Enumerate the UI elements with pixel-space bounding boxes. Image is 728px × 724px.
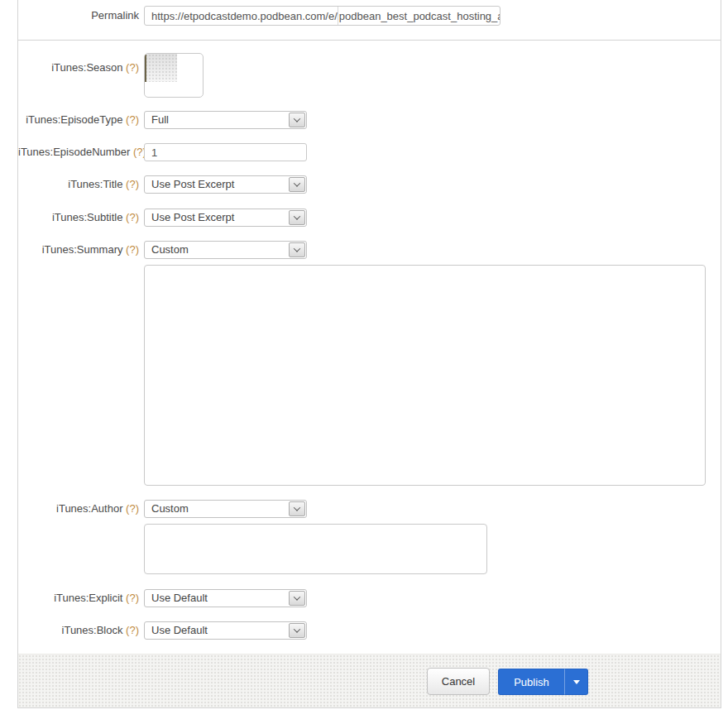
explicit-help-link[interactable]: (?) bbox=[126, 592, 139, 604]
itunes-settings-panel: iTunes:Season (?) iTunes:EpisodeType (?)… bbox=[17, 40, 721, 708]
publish-split-button: Publish bbox=[498, 669, 588, 695]
author-label: iTunes:Author bbox=[56, 502, 122, 515]
author-select[interactable]: Custom bbox=[144, 500, 307, 518]
block-row: iTunes:Block (?) Use Default bbox=[18, 621, 307, 640]
action-bar: Cancel Publish bbox=[18, 654, 721, 707]
summary-textarea[interactable] bbox=[144, 265, 706, 486]
season-label: iTunes:Season bbox=[51, 61, 122, 74]
permalink-prefix: https://etpodcastdemo.podbean.com/e/ bbox=[145, 10, 338, 22]
season-help-link[interactable]: (?) bbox=[126, 61, 139, 74]
chevron-down-icon bbox=[289, 242, 305, 257]
chevron-down-icon bbox=[289, 177, 305, 192]
explicit-label: iTunes:Explicit bbox=[54, 592, 122, 604]
author-textarea[interactable] bbox=[144, 524, 487, 574]
subtitle-row: iTunes:Subtitle (?) Use Post Excerpt bbox=[18, 209, 307, 227]
episode-type-select[interactable]: Full bbox=[144, 111, 307, 129]
title-help-link[interactable]: (?) bbox=[126, 178, 139, 190]
subtitle-help-link[interactable]: (?) bbox=[126, 211, 139, 223]
summary-label: iTunes:Summary bbox=[42, 243, 123, 256]
chevron-down-icon bbox=[289, 113, 305, 127]
block-help-link[interactable]: (?) bbox=[126, 624, 139, 636]
episode-number-label: iTunes:EpisodeNumber bbox=[18, 146, 130, 158]
episode-number-row: iTunes:EpisodeNumber (?) bbox=[18, 143, 307, 161]
episode-type-help-link[interactable]: (?) bbox=[126, 113, 139, 126]
permalink-field[interactable]: https://etpodcastdemo.podbean.com/e/ pod… bbox=[144, 6, 500, 26]
cancel-button[interactable]: Cancel bbox=[427, 668, 490, 695]
episode-type-label: iTunes:EpisodeType bbox=[26, 113, 122, 126]
episode-type-row: iTunes:EpisodeType (?) Full bbox=[18, 111, 307, 129]
permalink-slug-input[interactable]: podbean_best_podcast_hosting_audio_video… bbox=[338, 10, 500, 22]
permalink-label: Permalink bbox=[18, 6, 139, 26]
author-help-link[interactable]: (?) bbox=[126, 502, 139, 515]
chevron-down-icon bbox=[289, 210, 305, 225]
season-spinner[interactable] bbox=[144, 53, 204, 98]
block-label: iTunes:Block bbox=[62, 624, 123, 636]
summary-help-link[interactable]: (?) bbox=[126, 243, 139, 256]
season-cursor-bar bbox=[145, 55, 146, 82]
explicit-row: iTunes:Explicit (?) Use Default bbox=[18, 589, 307, 607]
chevron-down-icon bbox=[289, 591, 305, 606]
chevron-down-icon bbox=[289, 501, 305, 516]
episode-publish-page: Permalink https://etpodcastdemo.podbean.… bbox=[0, 0, 728, 724]
summary-select[interactable]: Custom bbox=[144, 241, 307, 259]
subtitle-label: iTunes:Subtitle bbox=[52, 211, 123, 223]
season-row: iTunes:Season (?) bbox=[18, 59, 139, 77]
title-row: iTunes:Title (?) Use Post Excerpt bbox=[18, 175, 307, 194]
title-label: iTunes:Title bbox=[68, 178, 122, 190]
episode-number-input[interactable] bbox=[144, 143, 307, 161]
chevron-down-icon bbox=[289, 623, 305, 638]
block-select[interactable]: Use Default bbox=[144, 621, 307, 640]
explicit-select[interactable]: Use Default bbox=[144, 589, 307, 607]
author-row: iTunes:Author (?) Custom bbox=[18, 500, 307, 518]
publish-button[interactable]: Publish bbox=[498, 669, 564, 695]
subtitle-select[interactable]: Use Post Excerpt bbox=[144, 209, 307, 227]
caret-down-icon bbox=[573, 680, 580, 684]
season-spinner-grip[interactable] bbox=[145, 54, 177, 82]
publish-dropdown-toggle[interactable] bbox=[564, 669, 588, 695]
permalink-panel: Permalink https://etpodcastdemo.podbean.… bbox=[17, 0, 721, 40]
title-select[interactable]: Use Post Excerpt bbox=[144, 175, 307, 194]
summary-row: iTunes:Summary (?) Custom bbox=[18, 241, 307, 259]
